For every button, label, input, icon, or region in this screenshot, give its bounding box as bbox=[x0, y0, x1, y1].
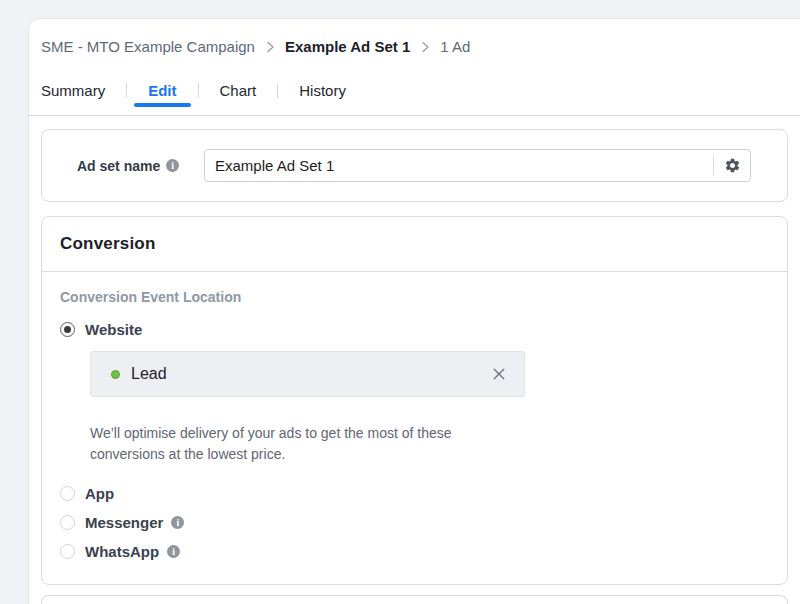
breadcrumb-campaign[interactable]: SME - MTO Example Campaign bbox=[41, 38, 255, 55]
radio-button-icon bbox=[60, 486, 75, 501]
breadcrumb: SME - MTO Example Campaign Example Ad Se… bbox=[29, 19, 800, 55]
edit-content: Ad set name i Conversion Conversion Even… bbox=[29, 116, 800, 604]
radio-button-icon bbox=[60, 322, 75, 337]
conversion-event-name: Lead bbox=[131, 365, 167, 383]
conversion-card: Conversion Conversion Event Location Web… bbox=[41, 216, 788, 585]
conversion-event-location-label: Conversion Event Location bbox=[60, 289, 767, 305]
info-icon[interactable]: i bbox=[166, 159, 179, 172]
tab-separator bbox=[198, 83, 199, 98]
breadcrumb-ad-set[interactable]: Example Ad Set 1 bbox=[285, 38, 410, 55]
radio-button-icon bbox=[60, 515, 75, 530]
tab-chart[interactable]: Chart bbox=[220, 82, 257, 99]
tab-history[interactable]: History bbox=[299, 82, 346, 99]
radio-option-website[interactable]: Website bbox=[60, 321, 767, 338]
tab-separator bbox=[126, 83, 127, 98]
ad-set-name-settings-button[interactable] bbox=[714, 150, 750, 181]
ad-set-name-card: Ad set name i bbox=[41, 129, 788, 202]
radio-button-icon bbox=[60, 544, 75, 559]
tab-summary[interactable]: Summary bbox=[41, 82, 105, 99]
radio-option-whatsapp[interactable]: WhatsApp i bbox=[60, 543, 767, 560]
breadcrumb-ad[interactable]: 1 Ad bbox=[440, 38, 470, 55]
conversion-help-text: We’ll optimise delivery of your ads to g… bbox=[90, 423, 500, 465]
conversion-section-title: Conversion bbox=[42, 217, 787, 272]
radio-label-website: Website bbox=[85, 321, 142, 338]
ad-set-name-label: Ad set name bbox=[77, 158, 160, 174]
tab-separator bbox=[277, 83, 278, 98]
selected-conversion-event: Lead bbox=[90, 351, 525, 397]
radio-label-messenger: Messenger bbox=[85, 514, 163, 531]
ad-set-name-input-box bbox=[204, 149, 751, 182]
info-icon[interactable]: i bbox=[171, 516, 184, 529]
ad-set-name-label-group: Ad set name i bbox=[77, 158, 204, 174]
next-section-card bbox=[41, 595, 788, 604]
radio-label-whatsapp: WhatsApp bbox=[85, 543, 159, 560]
radio-option-messenger[interactable]: Messenger i bbox=[60, 514, 767, 531]
chevron-right-icon bbox=[419, 41, 431, 53]
status-dot-icon bbox=[111, 370, 120, 379]
tab-bar: Summary Edit Chart History bbox=[29, 82, 800, 99]
ad-set-name-input[interactable] bbox=[205, 157, 713, 174]
close-icon bbox=[492, 367, 506, 381]
radio-label-app: App bbox=[85, 485, 114, 502]
radio-option-app[interactable]: App bbox=[60, 485, 767, 502]
remove-event-button[interactable] bbox=[488, 363, 510, 385]
chevron-right-icon bbox=[264, 41, 276, 53]
info-icon[interactable]: i bbox=[167, 545, 180, 558]
tab-edit[interactable]: Edit bbox=[148, 82, 176, 99]
gear-icon bbox=[724, 157, 741, 174]
main-panel: SME - MTO Example Campaign Example Ad Se… bbox=[28, 18, 800, 604]
conversion-body: Conversion Event Location Website Lead bbox=[42, 272, 787, 560]
